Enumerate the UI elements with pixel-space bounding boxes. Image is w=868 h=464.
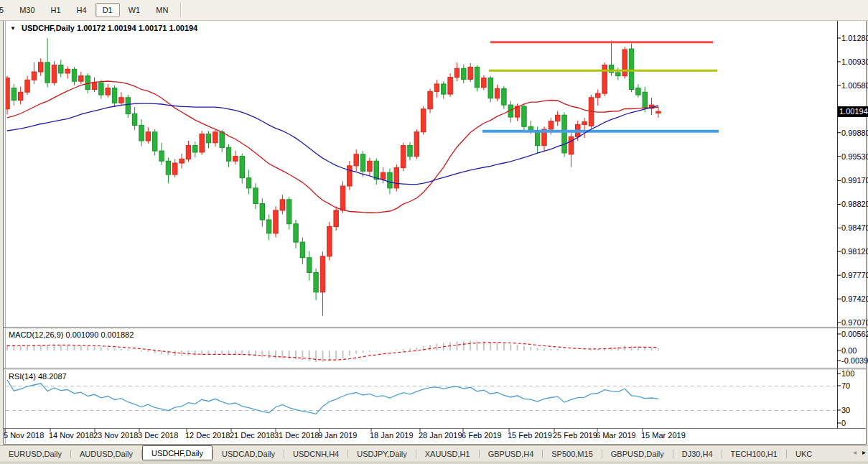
price-axis-label: 0.98820 <box>841 200 868 208</box>
tab-scroll-left-icon[interactable]: ◂ <box>853 448 857 456</box>
price-axis-label: 0.99170 <box>841 176 868 185</box>
panel-splitter-macd[interactable] <box>4 326 867 330</box>
macd-axis-label: 0.005629 <box>841 330 868 338</box>
price-axis-label: 0.99530 <box>841 152 868 161</box>
timeframe-button-h1[interactable]: H1 <box>44 3 68 17</box>
chart-tab-audusd-daily[interactable]: AUDUSD,Daily <box>71 447 141 460</box>
date-axis-label: 23 Nov 2018 <box>93 431 138 440</box>
chart-tab-usdjpy-daily[interactable]: USDJPY,Daily <box>348 447 416 460</box>
chart-tab-usdcnh-h4[interactable]: USDCNH,H4 <box>284 447 347 460</box>
timeframe-button-h4[interactable]: H4 <box>70 3 94 17</box>
chart-tab-sp500-m15[interactable]: SP500,M15 <box>543 447 601 460</box>
chart-tab-ukc[interactable]: UKC <box>787 447 821 460</box>
timeframe-button-mn[interactable]: MN <box>149 3 175 17</box>
chart-tab-tech100-h1[interactable]: TECH100,H1 <box>722 447 786 460</box>
chart-tabbar: EURUSD,DailyAUDUSD,DailyUSDCHF,DailyUSDC… <box>0 445 868 462</box>
chart-title-symbol: USDCHF,Daily <box>22 24 75 32</box>
rsi-indicator-label: RSI(14) 48.2087 <box>9 372 67 381</box>
date-axis-label: 18 Jan 2019 <box>370 431 414 440</box>
timeframe-button-w1[interactable]: W1 <box>121 3 148 17</box>
macd-axis-label: -0.003933 <box>841 356 868 365</box>
price-axis-label: 1.00930 <box>841 57 868 66</box>
chart-tab-gbpusd-daily[interactable]: GBPUSD,Daily <box>602 447 673 460</box>
date-axis-label: 31 Dec 2018 <box>274 431 319 440</box>
macd-axis-label: 0.00 <box>841 346 857 355</box>
rsi-axis-label: 0 <box>841 419 846 427</box>
date-axis-label: 6 Feb 2019 <box>462 431 502 440</box>
date-axis-label: 3 Dec 2018 <box>138 431 178 440</box>
current-price-tag: 1.00194 <box>838 106 868 117</box>
price-axis-label: 1.00580 <box>841 81 868 90</box>
rsi-axis-label: 70 <box>841 381 850 390</box>
price-axis-label: 0.99880 <box>841 129 868 137</box>
date-axis-label: 12 Dec 2018 <box>185 431 230 440</box>
macd-indicator-label: MACD(12,26,9) 0.001090 0.001882 <box>9 330 134 339</box>
chart-tab-usdcad-daily[interactable]: USDCAD,Daily <box>213 447 284 460</box>
date-axis-label: 21 Dec 2018 <box>230 431 274 440</box>
chart-tab-eurusd-daily[interactable]: EURUSD,Daily <box>0 447 70 460</box>
price-axis-label: 0.98120 <box>841 247 868 256</box>
price-axis-label: 1.01280 <box>841 34 868 42</box>
rsi-axis-label: 30 <box>841 406 850 414</box>
mt4-terminal: { "toolbar": { "buttons": ["5","M30","H1… <box>0 0 868 464</box>
toolbar-separator <box>180 3 182 17</box>
date-axis-label: 9 Jan 2019 <box>318 431 357 440</box>
timeframe-button-5[interactable]: 5 <box>0 3 11 17</box>
status-strip <box>0 461 868 464</box>
chart-tab-usdchf-daily[interactable]: USDCHF,Daily <box>142 445 213 460</box>
date-axis-label: 5 Nov 2018 <box>4 431 44 440</box>
date-axis-label: 15 Feb 2019 <box>508 431 552 440</box>
date-axis-label: 15 Mar 2019 <box>641 431 686 440</box>
chart-canvas[interactable] <box>0 0 868 464</box>
date-axis-label: 25 Feb 2019 <box>553 431 597 440</box>
price-axis-label: 0.97770 <box>841 271 868 279</box>
timeframe-button-d1[interactable]: D1 <box>95 3 120 17</box>
timeframe-button-m30[interactable]: M30 <box>12 3 42 17</box>
chart-tab-dj30-h4[interactable]: DJ30,H4 <box>673 447 722 460</box>
date-axis-label: 28 Jan 2019 <box>419 431 462 440</box>
chart-tab-xauusd-h1[interactable]: XAUUSD,H1 <box>416 447 479 460</box>
tab-scroll-right-icon[interactable]: ▸ <box>862 448 866 456</box>
price-axis-label: 0.97420 <box>841 294 868 303</box>
date-axis-label: 14 Nov 2018 <box>49 431 93 440</box>
chart-tab-gbpusd-h4[interactable]: GBPUSD,H4 <box>480 447 543 460</box>
timeframe-toolbar: 5M30H1H4D1W1MN <box>0 0 868 21</box>
chart-title-ohlc: 1.00172 1.00194 1.00171 1.00194 <box>77 24 197 32</box>
date-axis-label: 6 Mar 2019 <box>596 431 636 440</box>
panel-splitter-rsi[interactable] <box>4 367 867 371</box>
chart-collapse-icon[interactable]: ▼ <box>10 25 16 32</box>
chart-title: ▼ USDCHF,Daily 1.00172 1.00194 1.00171 1… <box>10 24 197 32</box>
price-axis-label: 0.98470 <box>841 223 868 232</box>
